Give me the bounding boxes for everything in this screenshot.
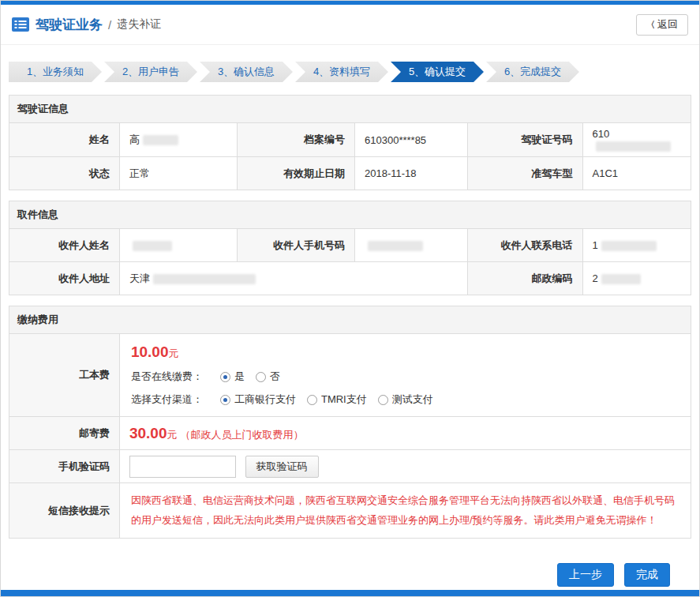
license-number-value: 610 [582,123,691,157]
section-title-fees: 缴纳费用 [9,306,691,334]
table-row: 工本费 10.00元 是否在线缴费： 是 否 选择支付渠道： [9,334,691,417]
section-title-pickup: 取件信息 [9,201,691,229]
sms-code-input[interactable] [129,456,236,478]
step-tab-label: 6、完成提交 [504,66,561,77]
redacted-value [143,135,178,145]
sms-notice-cell: 因陕西省联通、电信运营商技术问题，陕西省互联网交通安全综合服务管理平台无法向持陕… [119,483,691,539]
table-row: 收件人姓名 收件人手机号码 收件人联系电话 1 [9,229,691,262]
production-fee-amount: 10.00元 [131,344,679,361]
license-info-table: 姓名 高 档案编号 610300****85 驾驶证号码 610 状态 正常 有… [9,122,691,190]
online-pay-yes-label[interactable]: 是 [234,370,245,384]
step-tab-label: 3、确认信息 [218,66,275,77]
postcode-label: 邮政编码 [467,262,582,295]
section-fees: 缴纳费用 工本费 10.00元 是否在线缴费： 是 否 [9,306,691,539]
sms-notice-label: 短信接收提示 [9,483,120,539]
redacted-value [153,274,256,284]
recipient-mobile-label: 收件人手机号码 [237,229,354,262]
step-tab-label: 2、用户申告 [122,66,179,77]
breadcrumb-current: 遗失补证 [117,17,161,32]
table-row: 邮寄费 30.00元（邮政人员上门收取费用） [9,417,691,450]
sms-code-cell: 获取验证码 [119,450,691,483]
page-header: 驾驶证业务 / 遗失补证 〈 返回 [1,5,699,45]
recipient-phone-label: 收件人联系电话 [467,229,582,262]
channel-test-label[interactable]: 测试支付 [392,392,433,407]
bottom-accent-bar [1,590,699,596]
sms-notice-text: 因陕西省联通、电信运营商技术问题，陕西省互联网交通安全综合服务管理平台无法向持陕… [129,488,681,533]
redacted-value [601,274,641,284]
get-code-button[interactable]: 获取验证码 [245,456,319,478]
expiry-label: 有效期止日期 [237,157,354,190]
step-tab-2[interactable]: 2、用户申告 [104,62,197,82]
recipient-name-value [119,229,237,262]
postcode-value: 2 [582,262,691,295]
step-nav: 1、业务须知 2、用户申告 3、确认信息 4、资料填写 5、确认提交 6、完成提… [1,45,699,95]
back-button[interactable]: 〈 返回 [636,14,688,36]
step-tab-6[interactable]: 6、完成提交 [486,62,579,82]
step-tab-label: 1、业务须知 [27,66,84,77]
file-number-label: 档案编号 [237,123,354,157]
vehicle-type-value: A1C1 [582,157,691,190]
channel-tmri-radio[interactable] [307,395,317,405]
section-license-info: 驾驶证信息 姓名 高 档案编号 610300****85 驾驶证号码 610 状… [9,95,691,190]
redacted-value [133,241,172,251]
step-tab-5-active[interactable]: 5、确认提交 [391,62,484,82]
page-title: 驾驶证业务 [36,16,103,34]
finish-button[interactable]: 完成 [624,563,670,587]
recipient-name-label: 收件人姓名 [9,229,120,262]
back-button-label: 返回 [657,17,678,32]
mail-fee-note: （邮政人员上门收取费用） [181,429,304,441]
license-number-label: 驾驶证号码 [467,123,582,157]
step-tab-1[interactable]: 1、业务须知 [9,62,102,82]
breadcrumb-separator: / [108,18,111,32]
expiry-value: 2018-11-18 [355,157,468,190]
mail-fee-label: 邮寄费 [9,417,120,450]
recipient-address-label: 收件人地址 [9,262,120,295]
online-pay-yes-radio[interactable] [220,372,230,382]
online-pay-no-label[interactable]: 否 [270,370,280,384]
previous-step-button[interactable]: 上一步 [557,563,614,587]
redacted-value [601,241,657,251]
mail-fee-cell: 30.00元（邮政人员上门收取费用） [119,417,691,450]
step-tab-label: 5、确认提交 [409,66,466,77]
section-title-license: 驾驶证信息 [9,95,691,123]
channel-test-radio[interactable] [378,395,388,405]
pickup-info-table: 收件人姓名 收件人手机号码 收件人联系电话 1 收件人地址 天津 邮政编码 2 [9,228,691,295]
footer-actions: 上一步 完成 [9,549,691,587]
production-fee-cell: 10.00元 是否在线缴费： 是 否 选择支付渠道： 工商银行支付 [119,334,691,417]
channel-icbc-radio[interactable] [220,395,230,405]
mail-fee-amount: 30.00 [129,425,167,441]
online-pay-row: 是否在线缴费： 是 否 [131,370,679,384]
license-business-icon [12,17,29,32]
step-tab-label: 4、资料填写 [313,66,370,77]
recipient-phone-value: 1 [582,229,691,262]
main-content: 驾驶证信息 姓名 高 档案编号 610300****85 驾驶证号码 610 状… [1,95,699,587]
table-row: 手机验证码 获取验证码 [9,450,691,483]
status-value: 正常 [119,157,237,190]
table-row: 状态 正常 有效期止日期 2018-11-18 准驾车型 A1C1 [9,157,691,190]
online-pay-no-radio[interactable] [256,372,266,382]
table-row: 姓名 高 档案编号 610300****85 驾驶证号码 610 [9,123,691,157]
file-number-value: 610300****85 [355,123,468,157]
redacted-value [596,141,671,152]
table-row: 短信接收提示 因陕西省联通、电信运营商技术问题，陕西省互联网交通安全综合服务管理… [9,483,691,539]
step-tab-3[interactable]: 3、确认信息 [200,62,293,82]
name-label: 姓名 [9,123,120,157]
chevron-left-icon: 〈 [646,19,655,31]
online-pay-question: 是否在线缴费： [131,370,203,384]
production-fee-label: 工本费 [9,334,120,417]
table-row: 收件人地址 天津 邮政编码 2 [9,262,691,295]
vehicle-type-label: 准驾车型 [467,157,582,190]
recipient-mobile-value [355,229,468,262]
channel-tmri-label[interactable]: TMRI支付 [321,392,367,407]
redacted-value [368,241,423,251]
channel-icbc-label[interactable]: 工商银行支付 [234,392,296,407]
step-tab-4[interactable]: 4、资料填写 [295,62,388,82]
name-value: 高 [119,123,237,157]
fees-table: 工本费 10.00元 是否在线缴费： 是 否 选择支付渠道： [9,333,691,539]
section-pickup-info: 取件信息 收件人姓名 收件人手机号码 收件人联系电话 1 收件人地址 天津 邮政… [9,201,691,295]
pay-channel-row: 选择支付渠道： 工商银行支付 TMRI支付 测试支付 [131,392,679,407]
pay-channel-question: 选择支付渠道： [131,392,203,407]
sms-code-label: 手机验证码 [9,450,120,483]
recipient-address-value: 天津 [119,262,467,295]
status-label: 状态 [9,157,120,190]
